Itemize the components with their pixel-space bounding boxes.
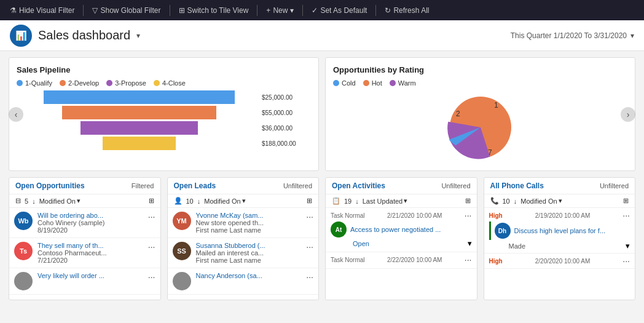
open-leads-items: YM Yvonne McKay (sam... New store opened… xyxy=(168,208,319,300)
item-more-btn[interactable]: ··· xyxy=(148,272,155,282)
item-more-btn[interactable]: ··· xyxy=(306,242,313,252)
header-left: 📊 Sales dashboard ▾ xyxy=(10,25,140,47)
pie-label-warm: 2 xyxy=(456,110,460,118)
item-more-btn[interactable]: ··· xyxy=(622,210,630,220)
leads-sort[interactable]: Modified On ▾ xyxy=(204,197,245,205)
item-more-btn[interactable]: ··· xyxy=(622,256,630,266)
show-global-filter-btn[interactable]: ▽ Show Global Filter xyxy=(87,4,165,17)
legend-qualify: 1-Qualify xyxy=(17,79,52,87)
opportunities-rating-card: Opportunities by Rating Cold Hot Warm xyxy=(325,57,635,171)
open-act-badge: Unfiltered xyxy=(441,182,470,189)
phone-count: 10 xyxy=(503,197,510,205)
open-activities-card: Open Activities Unfiltered 📋 19 ↓ Last U… xyxy=(325,177,477,300)
item-more-btn[interactable]: ··· xyxy=(465,255,472,265)
open-opp-sort[interactable]: Modified On ▾ xyxy=(39,197,80,205)
grid-icon: ⊞ xyxy=(179,6,185,15)
main-content: ‹ Sales Pipeline 1-Qualify 2-Develop 3-P… xyxy=(0,51,644,323)
toolbar: ⚗ Hide Visual Filter ▽ Show Global Filte… xyxy=(0,0,644,20)
pie-label-hot: 7 xyxy=(488,148,492,157)
phone-icon: 📞 xyxy=(490,197,499,205)
open-opp-items: Wb Will be ordering abo... Coho Winery (… xyxy=(9,208,160,300)
nav-arrow-left[interactable]: ‹ xyxy=(9,107,23,122)
act-sort[interactable]: Last Updated ▾ xyxy=(363,197,407,205)
item-sub: New store opened th... xyxy=(196,219,302,226)
pie-chart-area: 1 2 7 xyxy=(333,90,627,164)
avatar: Wb xyxy=(14,212,33,230)
act-sort-icon: ↓ xyxy=(355,197,359,205)
phone-sort[interactable]: Modified On ▾ xyxy=(520,197,562,205)
legend-label-hot: Hot xyxy=(372,79,382,87)
open-leads-title: Open Leads xyxy=(174,181,216,190)
avatar xyxy=(173,272,191,290)
legend-label-cold: Cold xyxy=(342,79,356,87)
list-item: Very likely will order ... ··· xyxy=(9,268,160,295)
item-sub: Contoso Pharmaceut... xyxy=(37,249,143,257)
phone-date: 2/20/2020 10:00 AM xyxy=(535,258,591,265)
funnel-chart: $25,000.00 $55,000.00 $36,000.00 xyxy=(17,90,311,150)
check-icon: ✓ xyxy=(312,6,318,15)
legend-hot: Hot xyxy=(363,79,382,87)
activity-chevron[interactable]: ▾ xyxy=(468,239,472,248)
phone-chevron[interactable]: ▾ xyxy=(626,241,630,250)
nav-arrow-right[interactable]: › xyxy=(621,107,635,122)
dashboard-dropdown-arrow[interactable]: ▾ xyxy=(136,31,140,40)
green-bar xyxy=(489,221,491,240)
funnel-bar-1 xyxy=(44,90,235,104)
hide-visual-filter-btn[interactable]: ⚗ Hide Visual Filter xyxy=(5,4,79,17)
item-title[interactable]: Very likely will order ... xyxy=(37,272,143,279)
date-range[interactable]: This Quarter 1/1/2020 To 3/31/2020 ▾ xyxy=(511,31,634,40)
phone-status: Made xyxy=(509,242,526,250)
act-count: 19 xyxy=(344,197,351,205)
legend-dot-warm xyxy=(390,80,396,86)
leads-person-icon: 👤 xyxy=(174,197,183,205)
opportunities-rating-title: Opportunities by Rating xyxy=(333,65,627,74)
funnel-row-3: $36,000.00 xyxy=(17,121,311,135)
phone-call-title[interactable]: Discuss high level plans for f... xyxy=(514,227,606,234)
phone-body: Dh Discuss high level plans for f... xyxy=(489,221,630,240)
sales-icon: 📊 xyxy=(15,30,27,41)
item-more-btn[interactable]: ··· xyxy=(306,212,313,221)
avatar: YM xyxy=(173,212,191,230)
toolbar-divider-4 xyxy=(302,5,303,16)
leads-sort-icon: ↓ xyxy=(197,197,201,205)
open-opp-filter-icon[interactable]: ⊞ xyxy=(149,197,154,205)
charts-row: ‹ Sales Pipeline 1-Qualify 2-Develop 3-P… xyxy=(9,57,635,171)
item-title[interactable]: Will be ordering abo... xyxy=(37,212,143,219)
refresh-all-btn[interactable]: ↻ Refresh All xyxy=(380,4,434,17)
item-content: Will be ordering abo... Coho Winery (sam… xyxy=(37,212,143,234)
item-more-btn[interactable]: ··· xyxy=(148,242,155,252)
item-title[interactable]: They sell many of th... xyxy=(37,242,143,249)
open-act-items: Task Normal 2/21/2020 10:00 AM ··· At Ac… xyxy=(326,208,477,300)
funnel-icon: ⚗ xyxy=(10,6,17,15)
activity-item: Task Normal 2/22/2020 10:00 AM ··· xyxy=(326,252,477,269)
open-opp-badge: Filtered xyxy=(132,182,154,189)
open-leads-controls: 👤 10 ↓ Modified On ▾ ⊞ xyxy=(168,194,319,208)
switch-tile-view-btn[interactable]: ⊞ Switch to Tile View xyxy=(174,4,254,17)
phone-filter-icon[interactable]: ⊞ xyxy=(623,197,629,205)
open-opportunities-card: Open Opportunities Filtered ⊟ 5 ↓ Modifi… xyxy=(9,177,161,300)
toolbar-divider-1 xyxy=(83,5,84,16)
activity-item: Task Normal 2/21/2020 10:00 AM ··· At Ac… xyxy=(326,208,477,252)
item-more-btn[interactable]: ··· xyxy=(465,210,472,220)
sales-pipeline-title: Sales Pipeline xyxy=(17,65,311,74)
legend-label-close: 4-Close xyxy=(162,79,186,87)
dropdown-arrow-new: ▾ xyxy=(290,6,294,15)
item-more-btn[interactable]: ··· xyxy=(306,272,313,282)
set-default-btn[interactable]: ✓ Set As Default xyxy=(307,4,372,17)
activity-type: Task Normal xyxy=(331,257,365,263)
leads-filter-icon[interactable]: ⊞ xyxy=(307,197,312,205)
avatar: Dh xyxy=(495,223,511,239)
activity-title[interactable]: Access to power negotiated ... xyxy=(350,226,441,233)
item-date: First name Last name xyxy=(196,257,302,264)
item-title[interactable]: Susanna Stubberod (... xyxy=(196,242,302,249)
new-btn[interactable]: + New ▾ xyxy=(261,4,299,17)
funnel-row-4: $188,000.00 xyxy=(17,137,311,150)
act-filter-icon[interactable]: ⊞ xyxy=(465,197,471,205)
item-more-btn[interactable]: ··· xyxy=(148,212,155,221)
item-date: 7/21/2020 xyxy=(37,257,143,264)
legend-close: 4-Close xyxy=(154,79,186,87)
item-title[interactable]: Nancy Anderson (sa... xyxy=(196,272,302,279)
item-title[interactable]: Yvonne McKay (sam... xyxy=(196,212,302,219)
funnel-row-2: $55,000.00 xyxy=(17,106,311,119)
leads-sort-chevron: ▾ xyxy=(242,197,246,205)
